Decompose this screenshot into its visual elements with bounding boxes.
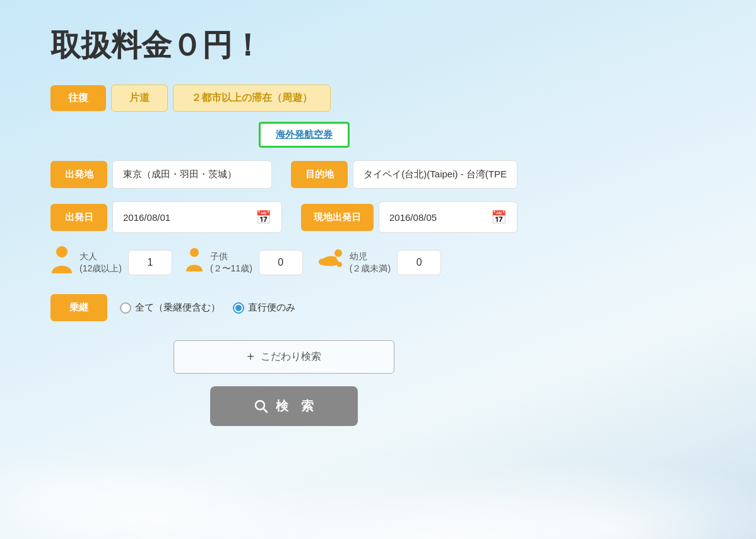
- departure-value[interactable]: 東京（成田・羽田・茨城）: [112, 160, 272, 189]
- search-button-row: 検 索: [50, 386, 517, 426]
- departure-date-field[interactable]: 2016/08/01 📅: [112, 201, 282, 233]
- infant-icon: [316, 248, 343, 276]
- departure-date-label: 出発日: [50, 204, 107, 231]
- infant-label: 幼児 (２歳未満): [350, 251, 391, 273]
- departure-date-value: 2016/08/01: [123, 212, 170, 223]
- overseas-link-container: 海外発航空券: [259, 122, 517, 148]
- child-icon: [185, 247, 204, 277]
- radio-direct[interactable]: [233, 302, 244, 314]
- svg-point-4: [337, 262, 342, 267]
- overseas-ticket-link[interactable]: 海外発航空券: [259, 122, 350, 148]
- stopover-direct-group[interactable]: 直行便のみ: [233, 302, 295, 314]
- tab-roundtrip[interactable]: 往復: [50, 85, 106, 111]
- adult-label: 大人 (12歳以上): [80, 251, 122, 273]
- dates-row: 出発日 2016/08/01 📅 現地出発日 2016/08/05 📅: [50, 201, 517, 233]
- infant-count[interactable]: 0: [397, 250, 441, 275]
- return-date-label: 現地出発日: [301, 204, 374, 231]
- adult-count[interactable]: 1: [128, 250, 172, 275]
- tab-multicity[interactable]: ２都市以上の滞在（周遊）: [173, 85, 331, 112]
- stopover-direct-label: 直行便のみ: [248, 302, 295, 314]
- child-count[interactable]: 0: [259, 250, 303, 275]
- svg-point-3: [319, 259, 325, 265]
- return-date-section: 現地出発日 2016/08/05 📅: [301, 201, 517, 233]
- advanced-search-button[interactable]: + こだわり検索: [174, 340, 394, 374]
- svg-point-0: [56, 246, 68, 258]
- child-passenger-group: 子供 (２〜11歳) 0: [185, 247, 303, 277]
- svg-point-2: [334, 249, 342, 257]
- destination-section: 目的地 タイペイ(台北)(Taipei) - 台湾(TPE: [291, 160, 517, 189]
- svg-point-1: [190, 248, 199, 257]
- return-calendar-icon[interactable]: 📅: [491, 210, 507, 225]
- departure-label: 出発地: [50, 161, 107, 188]
- return-date-value: 2016/08/05: [389, 212, 437, 223]
- infant-passenger-group: 幼児 (２歳未満) 0: [316, 248, 441, 276]
- radio-all[interactable]: [120, 302, 131, 314]
- svg-line-6: [263, 408, 267, 412]
- search-button-label: 検 索: [276, 398, 314, 415]
- return-date-field[interactable]: 2016/08/05 📅: [379, 201, 517, 233]
- destination-label: 目的地: [291, 161, 348, 188]
- adult-icon: [50, 246, 73, 279]
- stopover-all-label: 全て（乗継便含む）: [135, 302, 220, 314]
- page-title: 取扱料金０円！: [50, 25, 517, 66]
- departure-destination-row: 出発地 東京（成田・羽田・茨城） 目的地 タイペイ(台北)(Taipei) - …: [50, 160, 517, 189]
- advanced-search-row: + こだわり検索: [50, 340, 517, 374]
- stopover-row: 乗継 全て（乗継便含む） 直行便のみ: [50, 294, 517, 321]
- tab-oneway[interactable]: 片道: [111, 85, 168, 112]
- search-icon: [254, 400, 268, 413]
- passengers-row: 大人 (12歳以上) 1 子供 (２〜11歳) 0: [50, 246, 517, 279]
- departure-calendar-icon[interactable]: 📅: [256, 210, 271, 225]
- plus-icon: +: [247, 350, 254, 364]
- destination-value[interactable]: タイペイ(台北)(Taipei) - 台湾(TPE: [353, 160, 517, 189]
- stopover-all-group[interactable]: 全て（乗継便含む）: [120, 302, 220, 314]
- search-button[interactable]: 検 索: [210, 386, 358, 426]
- adult-passenger-group: 大人 (12歳以上) 1: [50, 246, 172, 279]
- advanced-search-label: こだわり検索: [261, 350, 321, 364]
- stopover-label: 乗継: [50, 294, 107, 321]
- child-label: 子供 (２〜11歳): [210, 251, 252, 273]
- trip-type-tabs: 往復 片道 ２都市以上の滞在（周遊）: [50, 85, 517, 112]
